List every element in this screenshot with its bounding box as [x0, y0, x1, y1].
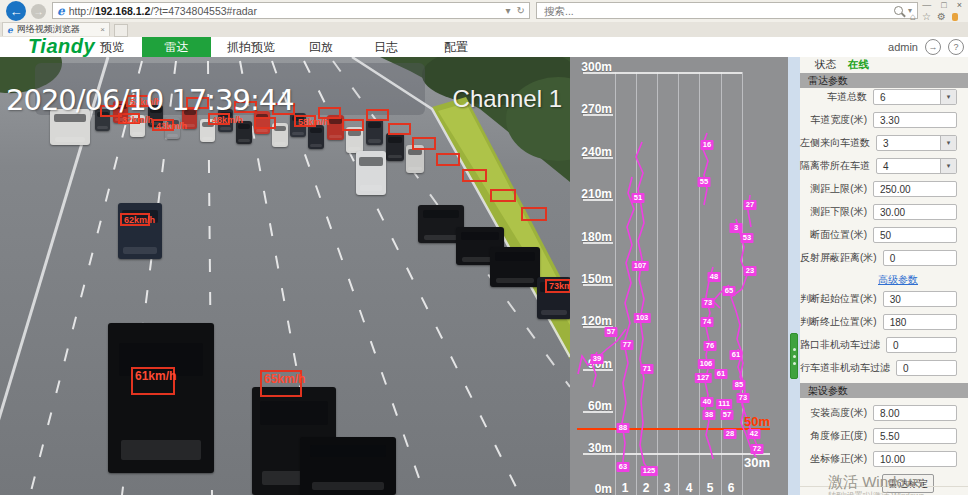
favorites-icon[interactable]: ☆ — [922, 11, 931, 22]
nav-menu: 预览 雷达 抓拍预览 回放 日志 配置 — [82, 37, 491, 57]
field-row: 测距上限(米) 250.00 ▾ — [800, 181, 968, 197]
section-header-mount: 架设参数 — [800, 383, 968, 398]
field-value: 3.30 — [880, 115, 899, 126]
nav-item[interactable]: 日志 — [351, 37, 421, 57]
field-input[interactable]: 50 ▾ — [873, 227, 957, 243]
select-chevron-icon[interactable]: ▾ — [940, 90, 956, 104]
field-value: 0 — [893, 340, 899, 351]
windows-watermark-sub: 转到“设置”以激活 Windows。 — [828, 490, 932, 495]
track-id-label: 3 — [730, 223, 743, 233]
search-box[interactable]: ▾ — [536, 2, 918, 19]
field-label: 安装高度(米) — [810, 406, 867, 420]
field-input[interactable]: 5.50 ▾ — [873, 428, 957, 444]
video-panel: 53km/h 32km/h 43km/h 48km/h — [0, 57, 570, 495]
field-row: 行车道非机动车过滤 0 ▾ — [800, 360, 968, 376]
field-input[interactable]: 6 ▾ — [873, 89, 957, 105]
nav-item[interactable]: 回放 — [291, 37, 351, 57]
radar-panel: 300m 270m 240m 210m — [570, 57, 788, 495]
track-id-label: 127 — [695, 373, 712, 383]
notification-icon[interactable] — [952, 13, 958, 21]
field-value: 6 — [880, 92, 886, 103]
track-id-label: 57 — [721, 410, 734, 420]
nav-item[interactable]: 抓拍预览 — [211, 37, 291, 57]
field-row: 安装高度(米) 8.00 ▾ — [800, 405, 968, 421]
splitter — [788, 57, 800, 495]
track-id-label: 53 — [741, 233, 754, 243]
settings-icon[interactable]: ⚙ — [937, 11, 946, 22]
field-row: 测距下限(米) 30.00 ▾ — [800, 204, 968, 220]
new-tab-button[interactable] — [114, 24, 128, 37]
field-input[interactable]: 3 ▾ — [876, 135, 957, 151]
select-chevron-icon[interactable]: ▾ — [940, 136, 956, 150]
track-id-label: 28 — [724, 429, 737, 439]
app-navbar: Tiandy 预览 雷达 抓拍预览 回放 日志 配置 admin → ? — [0, 37, 968, 58]
panel-collapse-handle[interactable] — [790, 333, 798, 379]
detection-box — [318, 107, 341, 119]
channel-label: Channel 1 — [453, 85, 562, 113]
field-value: 10.00 — [880, 454, 905, 465]
field-label: 断面位置(米) — [810, 228, 867, 242]
field-row: 判断终止位置(米) 180 ▾ — [800, 314, 968, 330]
field-input[interactable]: 10.00 ▾ — [873, 451, 957, 467]
field-value: 50 — [880, 230, 891, 241]
nav-item-label: 雷达 — [165, 39, 189, 56]
browser-tab[interactable]: e 网络视频浏览器 × — [2, 22, 110, 36]
field-value: 4 — [883, 161, 889, 172]
help-icon[interactable]: ? — [948, 39, 964, 55]
field-input[interactable]: 3.30 ▾ — [873, 112, 957, 128]
field-input[interactable]: 4 ▾ — [876, 158, 957, 174]
browser-forward-button[interactable]: → — [31, 4, 46, 19]
main-content: 53km/h 32km/h 43km/h 48km/h — [0, 57, 968, 495]
field-value: 5.50 — [880, 431, 899, 442]
track-id-label: 77 — [621, 340, 634, 350]
status-label: 状态 — [815, 58, 836, 72]
track-id-label: 106 — [698, 359, 715, 369]
field-input[interactable]: 0 ▾ — [896, 360, 957, 376]
track-id-label: 107 — [632, 261, 649, 271]
track-id-label: 23 — [744, 266, 757, 276]
track-id-label: 16 — [701, 140, 714, 150]
vehicle — [308, 125, 324, 149]
track-id-label: 40 — [701, 397, 714, 407]
track-id-label: 73 — [737, 393, 750, 403]
nav-item[interactable]: 配置 — [421, 37, 491, 57]
search-icon[interactable] — [894, 6, 903, 15]
browser-back-button[interactable]: ← — [6, 1, 26, 21]
detection-box: 65km/h — [260, 370, 302, 397]
field-value: 3 — [883, 138, 889, 149]
home-icon[interactable]: ⌂ — [910, 11, 916, 22]
field-input[interactable]: 0 ▾ — [886, 337, 957, 353]
detection-box: 43km/h — [152, 119, 174, 131]
field-input[interactable]: 180 ▾ — [883, 314, 957, 330]
field-input[interactable]: 30 ▾ — [883, 291, 957, 307]
maximize-button[interactable]: □ — [941, 0, 946, 10]
field-input[interactable]: 250.00 ▾ — [873, 181, 957, 197]
nav-item[interactable]: 预览 — [82, 37, 142, 57]
address-dropdown-icon[interactable]: ▾ — [506, 5, 511, 16]
tab-close-icon[interactable]: × — [100, 25, 105, 34]
detection-box: 73km/h — [545, 279, 570, 293]
field-input[interactable]: 8.00 ▾ — [873, 405, 957, 421]
address-bar[interactable]: e http://192.168.1.2/?t=4734804553#radar… — [52, 2, 530, 19]
select-chevron-icon[interactable]: ▾ — [940, 159, 956, 173]
field-input[interactable]: 30.00 ▾ — [873, 204, 957, 220]
nav-item[interactable]: 雷达 — [142, 37, 211, 57]
field-row: 判断起始位置(米) 30 ▾ — [800, 291, 968, 307]
search-input[interactable] — [542, 4, 894, 18]
nav-item-label: 回放 — [309, 39, 333, 56]
minimize-button[interactable]: — — [922, 0, 931, 10]
detection-box — [436, 153, 460, 166]
field-label: 判断终止位置(米) — [800, 315, 877, 329]
field-input[interactable]: 0 ▾ — [883, 250, 957, 266]
section-line-label: 50m — [744, 414, 770, 429]
section-header-radar: 雷达参数 — [800, 73, 968, 88]
field-label: 行车道非机动车过滤 — [800, 361, 890, 375]
field-label: 坐标修正(米) — [810, 452, 867, 466]
track-id-label: 55 — [698, 177, 711, 187]
logout-icon[interactable]: → — [925, 39, 941, 55]
track-id-label: 72 — [751, 444, 764, 454]
video-timestamp: 2020/06/10 17:39:44 — [6, 83, 294, 117]
refresh-icon[interactable]: ↻ — [517, 5, 525, 16]
close-button[interactable]: × — [957, 0, 962, 10]
advanced-params-link[interactable]: 高级参数 — [878, 274, 918, 285]
